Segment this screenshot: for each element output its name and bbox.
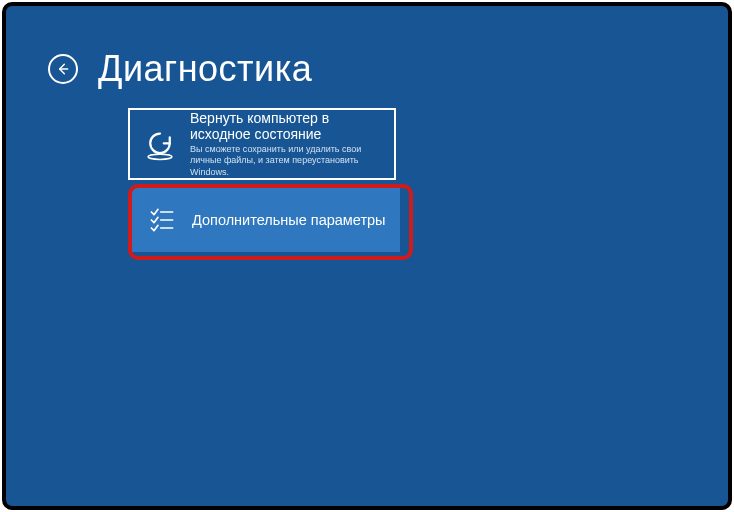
- reset-title: Вернуть компьютер в исходное состояние: [190, 110, 386, 142]
- page-title: Диагностика: [98, 48, 312, 90]
- checklist-icon: [132, 188, 192, 252]
- reset-desc: Вы сможете сохранить или удалить свои ли…: [190, 144, 386, 178]
- reset-pc-tile[interactable]: Вернуть компьютер в исходное состояние В…: [128, 108, 396, 180]
- winre-screen: Диагностика Вернуть компьютер в исходное…: [2, 2, 732, 510]
- advanced-title: Дополнительные параметры: [192, 212, 386, 229]
- reset-icon: [130, 110, 190, 178]
- header: Диагностика: [6, 6, 728, 90]
- svg-point-1: [148, 154, 172, 159]
- tiles-container: Вернуть компьютер в исходное состояние В…: [128, 108, 728, 260]
- arrow-left-icon: [55, 61, 71, 77]
- advanced-text: Дополнительные параметры: [192, 188, 394, 252]
- back-button[interactable]: [48, 54, 78, 84]
- advanced-highlight: Дополнительные параметры: [128, 184, 413, 260]
- advanced-options-tile[interactable]: Дополнительные параметры: [132, 188, 400, 252]
- reset-text: Вернуть компьютер в исходное состояние В…: [190, 110, 394, 178]
